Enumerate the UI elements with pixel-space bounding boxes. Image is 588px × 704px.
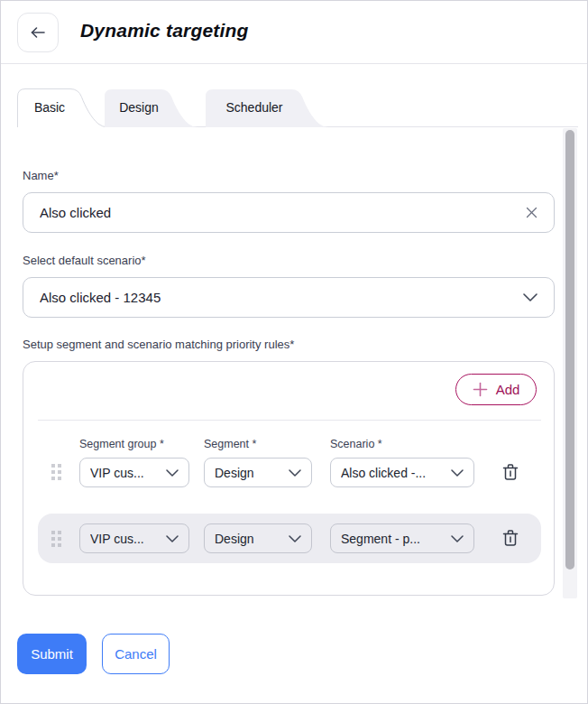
segment-select[interactable]: Design xyxy=(204,523,312,553)
col-segment-group: Segment group * xyxy=(79,438,164,450)
tab-scheduler[interactable]: Scheduler xyxy=(206,88,332,127)
tab-basic-label: Basic xyxy=(17,88,82,127)
scenario-value: Segment - p... xyxy=(341,532,420,546)
rule-row-highlighted: VIP cus... Design Segment - p... xyxy=(38,514,541,563)
segment-value: Design xyxy=(215,466,254,480)
add-button-label: Add xyxy=(496,382,520,397)
segment-select[interactable]: Design xyxy=(204,458,312,487)
col-scenario: Scenario * xyxy=(330,438,382,450)
tab-bar: Basic Design Scheduler xyxy=(1,88,587,127)
drag-handle-icon[interactable] xyxy=(51,464,62,480)
scenario-value: Also clicked -... xyxy=(341,466,426,480)
chevron-down-icon xyxy=(166,535,179,542)
header: Dynamic targeting xyxy=(1,1,587,64)
add-rule-button[interactable]: Add xyxy=(455,374,537,405)
scrollbar-track[interactable] xyxy=(563,128,577,598)
delete-rule-button[interactable] xyxy=(500,461,521,483)
name-input[interactable] xyxy=(40,205,526,220)
drag-handle-icon[interactable] xyxy=(51,531,62,547)
segment-group-value: VIP cus... xyxy=(90,532,144,546)
scenario-select[interactable]: Also clicked -... xyxy=(330,458,474,487)
trash-icon xyxy=(502,463,519,481)
dynamic-targeting-window: Dynamic targeting Basic Design Scheduler… xyxy=(0,0,588,704)
name-label: Name* xyxy=(23,169,59,182)
rules-label: Setup segment and scenario matching prio… xyxy=(23,338,294,351)
page-title: Dynamic targeting xyxy=(80,20,249,42)
delete-rule-button[interactable] xyxy=(500,527,521,549)
tab-scheduler-label: Scheduler xyxy=(206,88,303,127)
segment-group-value: VIP cus... xyxy=(90,466,144,480)
back-button[interactable] xyxy=(17,13,59,52)
cancel-button[interactable]: Cancel xyxy=(102,634,170,674)
tab-design-label: Design xyxy=(105,88,173,127)
segment-group-select[interactable]: VIP cus... xyxy=(79,523,189,553)
chevron-down-icon xyxy=(451,469,464,477)
chevron-down-icon xyxy=(523,293,537,301)
scenario-select[interactable]: Segment - p... xyxy=(330,523,474,553)
rules-panel: Add Segment group * Segment * Scenario *… xyxy=(23,361,555,596)
submit-button[interactable]: Submit xyxy=(17,634,87,674)
default-scenario-value: Also clicked - 12345 xyxy=(40,290,161,305)
arrow-left-icon xyxy=(30,26,46,39)
chevron-down-icon xyxy=(451,535,464,542)
scrollbar-thumb[interactable] xyxy=(565,130,574,570)
trash-icon xyxy=(502,529,519,547)
name-input-wrapper xyxy=(23,192,555,233)
clear-x-icon[interactable] xyxy=(526,207,537,218)
col-segment: Segment * xyxy=(204,438,256,450)
plus-icon xyxy=(473,382,488,397)
default-scenario-label: Select default scenario* xyxy=(23,254,146,267)
panel-divider xyxy=(38,420,541,421)
segment-value: Design xyxy=(215,532,254,546)
tab-design[interactable]: Design xyxy=(105,88,201,127)
tab-basic[interactable]: Basic xyxy=(17,88,111,127)
chevron-down-icon xyxy=(289,535,301,542)
default-scenario-select[interactable]: Also clicked - 12345 xyxy=(23,277,555,318)
chevron-down-icon xyxy=(166,469,179,477)
chevron-down-icon xyxy=(289,469,301,477)
segment-group-select[interactable]: VIP cus... xyxy=(79,458,189,487)
